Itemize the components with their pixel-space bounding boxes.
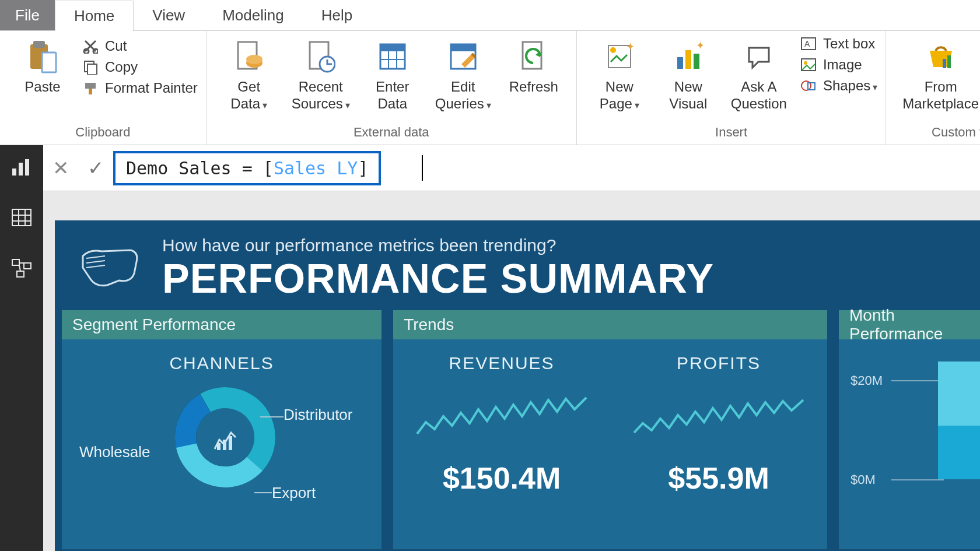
svg-rect-48 xyxy=(24,263,31,269)
month-bar-chart[interactable]: $20M $0M xyxy=(846,350,980,501)
revenues-sparkline[interactable] xyxy=(414,387,589,451)
report-title: PERFORMANCE SUMMARY xyxy=(162,255,714,302)
from-marketplace-label: From Marketplace xyxy=(902,79,979,113)
formula-prefix: Demo Sales = [ xyxy=(126,158,274,178)
model-view-button[interactable] xyxy=(11,258,32,280)
ask-question-icon xyxy=(744,38,774,75)
profits-title: PROFITS xyxy=(610,353,827,373)
card-month-performance[interactable]: Month Performance $20M $0M xyxy=(839,310,980,549)
svg-rect-58 xyxy=(217,443,220,450)
channel-label-distributor: Distributor xyxy=(284,406,352,424)
report-canvas[interactable]: How have our performance metrics been tr… xyxy=(43,191,980,551)
svg-rect-60 xyxy=(229,436,232,450)
copy-button[interactable]: Copy xyxy=(82,59,198,75)
svg-line-51 xyxy=(86,261,105,263)
svg-rect-25 xyxy=(677,57,683,69)
edit-queries-label: Edit Queries xyxy=(435,79,491,113)
group-external-data: Get Data Recent Sources Enter Data Edit … xyxy=(206,31,577,145)
textbox-label: Text box xyxy=(823,36,875,52)
channels-title: CHANNELS xyxy=(62,353,382,373)
group-clipboard-label: Clipboard xyxy=(8,121,198,145)
format-painter-label: Format Painter xyxy=(105,80,198,96)
get-data-button[interactable]: Get Data xyxy=(215,34,284,113)
paste-button[interactable]: Paste xyxy=(8,34,77,96)
svg-rect-7 xyxy=(85,83,96,89)
menubar: File Home View Modeling Help xyxy=(0,0,980,31)
formula-cancel-button[interactable]: ✕ xyxy=(43,156,78,180)
profits-sparkline[interactable] xyxy=(631,387,806,451)
card-trends-header: Trends xyxy=(404,310,827,339)
shapes-icon xyxy=(800,79,817,92)
cut-label: Cut xyxy=(105,38,127,54)
view-switcher xyxy=(0,145,43,551)
channel-label-export: Export xyxy=(272,484,316,502)
svg-point-32 xyxy=(804,61,807,65)
formula-suffix: ] xyxy=(358,158,368,178)
channels-donut-chart[interactable] xyxy=(173,385,278,490)
svg-rect-36 xyxy=(947,55,951,68)
formula-commit-button[interactable]: ✓ xyxy=(78,156,113,180)
from-marketplace-button[interactable]: From Marketplace xyxy=(894,34,980,113)
month-axis-top: $20M xyxy=(850,373,883,388)
textbox-button[interactable]: A Text box xyxy=(800,36,877,52)
cut-button[interactable]: Cut xyxy=(82,38,198,54)
recent-sources-button[interactable]: Recent Sources xyxy=(284,34,358,113)
new-page-label: New Page xyxy=(600,79,639,113)
svg-text:✦: ✦ xyxy=(696,42,703,51)
svg-rect-1 xyxy=(33,41,45,48)
report-view-button[interactable] xyxy=(11,158,32,179)
enter-data-button[interactable]: Enter Data xyxy=(358,34,427,113)
formula-reference: Sales LY xyxy=(274,158,358,178)
get-data-icon xyxy=(235,38,264,75)
new-visual-button[interactable]: ✦ New Visual xyxy=(654,34,723,113)
tab-home[interactable]: Home xyxy=(55,1,134,31)
new-page-button[interactable]: ✦ New Page xyxy=(585,34,654,113)
format-painter-button[interactable]: Format Painter xyxy=(82,80,198,96)
svg-point-11 xyxy=(246,55,262,64)
refresh-button[interactable]: Refresh xyxy=(499,34,568,96)
tab-help[interactable]: Help xyxy=(303,0,371,30)
text-cursor xyxy=(422,155,423,181)
shapes-label: Shapes xyxy=(823,78,877,94)
group-insert: ✦ New Page ✦ New Visual Ask A Question A… xyxy=(577,31,886,145)
new-page-icon: ✦ xyxy=(605,38,634,75)
svg-rect-8 xyxy=(89,89,92,94)
svg-rect-41 xyxy=(25,159,29,176)
svg-text:A: A xyxy=(804,39,810,48)
usa-map-icon xyxy=(78,244,142,293)
report-subtitle: How have our performance metrics been tr… xyxy=(162,236,714,255)
tab-view[interactable]: View xyxy=(134,0,204,30)
ask-question-button[interactable]: Ask A Question xyxy=(723,34,795,113)
svg-rect-20 xyxy=(451,44,475,51)
svg-point-57 xyxy=(200,412,251,463)
card-segment-header: Segment Performance xyxy=(72,310,382,339)
paste-label: Paste xyxy=(24,79,60,96)
format-painter-icon xyxy=(82,80,99,96)
card-segment-performance[interactable]: Segment Performance CHANNELS xyxy=(62,310,382,549)
channel-label-wholesale: Wholesale xyxy=(79,443,150,461)
main-area: ✕ ✓ Demo Sales = [Sales LY] How have our… xyxy=(43,145,980,551)
svg-rect-27 xyxy=(694,54,699,69)
svg-rect-59 xyxy=(223,440,226,450)
get-data-label: Get Data xyxy=(230,79,267,113)
cut-icon xyxy=(82,38,99,54)
new-visual-icon: ✦ xyxy=(674,38,703,75)
marketplace-icon xyxy=(925,38,957,75)
svg-rect-15 xyxy=(380,44,405,51)
edit-queries-button[interactable]: Edit Queries xyxy=(427,34,499,113)
revenues-title: REVENUES xyxy=(393,353,610,373)
ask-question-label: Ask A Question xyxy=(731,79,787,113)
textbox-icon: A xyxy=(800,37,817,50)
data-view-button[interactable] xyxy=(11,208,32,229)
tab-modeling[interactable]: Modeling xyxy=(204,0,303,30)
svg-rect-42 xyxy=(12,209,31,226)
file-menu[interactable]: File xyxy=(0,0,55,30)
image-button[interactable]: Image xyxy=(800,57,877,73)
card-trends[interactable]: Trends REVENUES $150.4M PROFITS xyxy=(393,310,827,549)
shapes-button[interactable]: Shapes xyxy=(800,78,877,94)
ribbon: Paste Cut Copy Format Painter Clipboard xyxy=(0,31,980,145)
card-month-header: Month Performance xyxy=(849,310,980,339)
formula-input[interactable]: Demo Sales = [Sales LY] xyxy=(113,151,381,185)
image-icon xyxy=(800,58,817,71)
report-page: How have our performance metrics been tr… xyxy=(55,220,980,551)
